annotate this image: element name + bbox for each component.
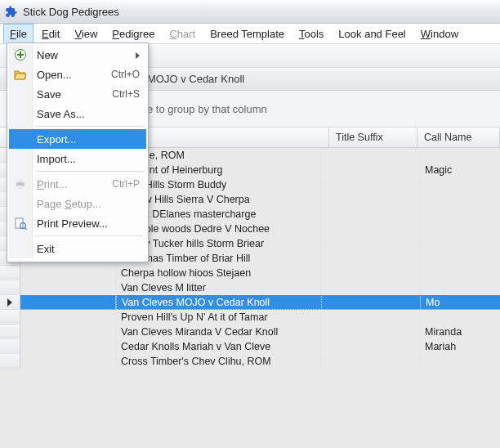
cell-call-name[interactable] — [420, 236, 500, 251]
cell-name[interactable]: Proven Hill's Up N' At it of Tamar — [116, 310, 321, 325]
print-icon — [14, 177, 27, 190]
menu-file[interactable]: File — [3, 24, 33, 43]
cell-spacer — [20, 354, 116, 369]
menu-window[interactable]: Window — [414, 24, 465, 43]
menu-separator — [35, 126, 143, 127]
cell-call-name[interactable]: Mariah — [420, 339, 500, 354]
cell-title-suffix[interactable] — [321, 236, 420, 251]
cell-spacer — [20, 280, 116, 295]
cell-call-name[interactable]: Magic — [420, 163, 500, 177]
grid-header-name[interactable] — [135, 128, 329, 147]
cell-call-name[interactable]: Mo — [421, 295, 500, 310]
file-open[interactable]: Open... Ctrl+O — [9, 65, 146, 84]
cell-call-name[interactable] — [420, 266, 500, 280]
table-row[interactable]: Cross Timber's Chev Clihu, ROM — [0, 354, 500, 369]
file-exit[interactable]: Exit — [9, 239, 146, 258]
cell-name[interactable]: Cherpa hollow hioos Stejaen — [116, 266, 321, 280]
cell-call-name[interactable] — [420, 148, 500, 163]
cell-spacer — [20, 339, 116, 354]
cell-name[interactable]: Van Cleves MOJO v Cedar Knoll — [116, 294, 322, 310]
cell-name[interactable]: Cedar Knolls Mariah v Van Cleve — [116, 339, 321, 354]
cell-title-suffix[interactable] — [321, 266, 420, 280]
menu-chart: Chart — [163, 24, 202, 43]
window-title: Stick Dog Pedigrees — [23, 6, 119, 18]
cell-spacer — [20, 295, 116, 310]
cell-title-suffix[interactable] — [321, 251, 420, 266]
svg-rect-3 — [18, 186, 23, 189]
table-row[interactable]: Cedar Knolls Mariah v Van CleveMariah — [0, 339, 500, 354]
menu-pedigree[interactable]: Pedigree — [105, 24, 161, 43]
file-menu-dropdown: New Open... Ctrl+O Save Ctrl+S Save As..… — [7, 43, 149, 262]
file-print-preview[interactable]: Print Preview... — [9, 213, 146, 233]
table-row[interactable]: Cherpa hollow hioos Stejaen — [0, 266, 500, 280]
cell-name[interactable]: Van Cleves M litter — [116, 280, 321, 295]
cell-call-name[interactable] — [420, 177, 500, 192]
new-icon — [14, 48, 27, 61]
table-row[interactable]: Van Cleves Miranda V Cedar KnollMiranda — [0, 325, 500, 339]
cell-spacer — [20, 325, 116, 339]
menu-look-and-feel[interactable]: Look and Feel — [332, 24, 412, 43]
submenu-arrow-icon — [136, 52, 140, 59]
cell-call-name[interactable] — [420, 192, 500, 207]
cell-call-name[interactable] — [420, 222, 500, 236]
row-header[interactable] — [0, 354, 20, 369]
current-row-indicator-icon — [7, 298, 12, 307]
cell-title-suffix[interactable] — [321, 280, 420, 295]
cell-title-suffix[interactable] — [321, 148, 420, 163]
row-header[interactable] — [0, 280, 20, 295]
app-icon — [5, 5, 18, 18]
menubar: File Edit View Pedigree Chart Breed Temp… — [0, 24, 500, 44]
menu-separator — [35, 235, 143, 236]
cell-title-suffix[interactable] — [321, 177, 420, 192]
table-row[interactable]: Van Cleves M litter — [0, 280, 500, 295]
cell-title-suffix[interactable] — [321, 207, 420, 222]
app-window: Stick Dog Pedigrees File Edit View Pedig… — [0, 0, 500, 448]
cell-name[interactable]: Cross Timber's Chev Clihu, ROM — [116, 354, 321, 369]
row-header[interactable] — [0, 339, 20, 354]
file-export[interactable]: Export... — [9, 129, 146, 149]
table-row[interactable]: Van Cleves MOJO v Cedar KnollMo — [0, 295, 500, 310]
file-save[interactable]: Save Ctrl+S — [9, 84, 146, 104]
print-preview-icon — [14, 217, 27, 230]
file-page-setup: Page Setup... — [9, 194, 146, 213]
cell-call-name[interactable] — [420, 251, 500, 266]
grid-header-callname[interactable]: Call Name — [417, 128, 500, 147]
cell-title-suffix[interactable] — [321, 310, 420, 325]
cell-title-suffix[interactable] — [321, 163, 420, 177]
cell-call-name[interactable] — [420, 280, 500, 295]
cell-title-suffix[interactable] — [321, 325, 420, 339]
menu-edit[interactable]: Edit — [35, 24, 66, 43]
cell-title-suffix[interactable] — [321, 222, 420, 236]
file-save-as[interactable]: Save As... — [9, 104, 146, 123]
cell-call-name[interactable] — [420, 310, 500, 325]
row-header[interactable] — [0, 325, 20, 339]
cell-spacer — [20, 310, 116, 325]
cell-call-name[interactable]: Miranda — [420, 325, 500, 339]
row-header[interactable] — [0, 310, 20, 325]
row-header[interactable] — [0, 266, 20, 280]
menu-breed-template[interactable]: Breed Template — [203, 24, 291, 43]
cell-call-name[interactable] — [420, 354, 500, 369]
menu-tools[interactable]: Tools — [292, 24, 330, 43]
cell-spacer — [20, 266, 116, 280]
group-by-hint: e to group by that column — [147, 103, 267, 115]
cell-call-name[interactable] — [420, 207, 500, 222]
cell-title-suffix[interactable] — [322, 295, 421, 310]
cell-name[interactable]: Van Cleves Miranda V Cedar Knoll — [116, 325, 321, 339]
file-import[interactable]: Import... — [9, 149, 146, 168]
grid-header-suffix[interactable]: Title Suffix — [329, 128, 417, 147]
row-header[interactable] — [0, 295, 20, 310]
titlebar: Stick Dog Pedigrees — [0, 0, 500, 24]
menu-separator — [35, 171, 143, 172]
menu-view[interactable]: View — [68, 24, 104, 43]
current-record-text: MOJO v Cedar Knoll — [147, 73, 244, 85]
file-print: Print... Ctrl+P — [9, 174, 146, 194]
cell-title-suffix[interactable] — [321, 339, 420, 354]
cell-title-suffix[interactable] — [321, 354, 420, 369]
table-row[interactable]: Proven Hill's Up N' At it of Tamar — [0, 310, 500, 325]
cell-title-suffix[interactable] — [321, 192, 420, 207]
svg-rect-2 — [18, 179, 23, 182]
file-new[interactable]: New — [9, 45, 146, 65]
folder-open-icon — [14, 68, 27, 81]
